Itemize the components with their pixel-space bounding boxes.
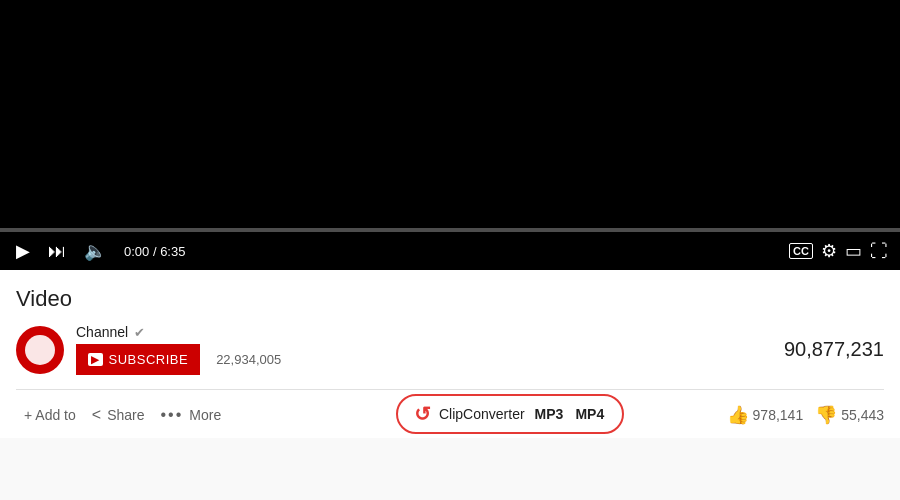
avatar-inner: [25, 335, 55, 365]
clip-converter-icon: ↺: [414, 402, 431, 426]
play-button[interactable]: ▶: [12, 240, 34, 262]
more-label: More: [189, 407, 221, 423]
more-dots-icon: •••: [160, 406, 183, 424]
skip-button[interactable]: ⏭: [44, 240, 70, 262]
channel-avatar[interactable]: [16, 326, 64, 374]
subscribe-button[interactable]: ▶ Subscribe: [76, 344, 200, 375]
channel-row: Channel ✔ ▶ Subscribe 22,934,005 90,877,…: [16, 324, 884, 375]
dislike-count: 55,443: [841, 407, 884, 423]
miniplayer-icon[interactable]: ▭: [845, 240, 862, 262]
actions-row: + Add to < Share ••• More ↺ ClipConverte…: [16, 389, 884, 438]
subscriber-count: 22,934,005: [216, 352, 281, 367]
video-player[interactable]: ▶ ⏭ 🔈 0:00 / 6:35 CC ⚙ ▭ ⛶: [0, 0, 900, 270]
cc-button[interactable]: CC: [789, 243, 813, 259]
subscribe-label: Subscribe: [109, 352, 189, 367]
verified-icon: ✔: [134, 325, 145, 340]
fullscreen-icon[interactable]: ⛶: [870, 241, 888, 262]
channel-left: Channel ✔ ▶ Subscribe 22,934,005: [16, 324, 281, 375]
thumbs-up-icon[interactable]: 👍: [727, 404, 749, 426]
mp3-button[interactable]: MP3: [533, 406, 566, 422]
time-display: 0:00 / 6:35: [124, 244, 185, 259]
volume-button[interactable]: 🔈: [80, 240, 110, 262]
channel-name[interactable]: Channel: [76, 324, 128, 340]
share-icon: <: [92, 406, 101, 424]
settings-icon[interactable]: ⚙: [821, 240, 837, 262]
view-count: 90,877,231: [784, 338, 884, 361]
progress-bar[interactable]: [0, 228, 900, 232]
youtube-logo: ▶: [88, 353, 103, 366]
right-controls: CC ⚙ ▭ ⛶: [789, 240, 888, 262]
like-dislike-container: 👍 978,141 👎 55,443: [727, 404, 884, 426]
channel-info: Channel ✔ ▶ Subscribe 22,934,005: [76, 324, 281, 375]
add-to-button[interactable]: + Add to: [16, 403, 84, 427]
video-title: Video: [16, 286, 884, 312]
thumbs-down-icon[interactable]: 👎: [815, 404, 837, 426]
channel-name-row: Channel ✔: [76, 324, 281, 340]
clip-converter-pill: ↺ ClipConverter MP3 MP4: [396, 394, 624, 434]
below-video: Video Channel ✔ ▶ Subscribe 22,934,005: [0, 270, 900, 438]
share-label: Share: [107, 407, 144, 423]
share-button[interactable]: < Share: [84, 402, 153, 428]
like-count: 978,141: [753, 407, 804, 423]
clip-converter-label: ClipConverter: [439, 406, 525, 422]
player-controls: ▶ ⏭ 🔈 0:00 / 6:35 CC ⚙ ▭ ⛶: [0, 232, 900, 270]
more-button[interactable]: ••• More: [152, 402, 229, 428]
mp4-button[interactable]: MP4: [573, 406, 606, 422]
